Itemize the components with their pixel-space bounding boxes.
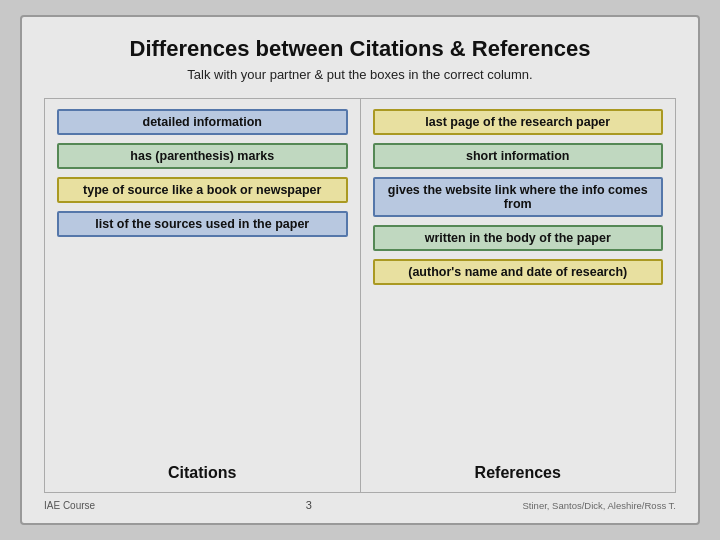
slide-title: Differences between Citations & Referenc… <box>44 35 676 63</box>
tag-parenthesis: has (parenthesis) marks <box>57 143 348 169</box>
tag-author-name: (author's name and date of research) <box>373 259 664 285</box>
footer-left: IAE Course <box>44 500 95 511</box>
tag-short-information: short information <box>373 143 664 169</box>
references-column: last page of the research paper short in… <box>361 99 676 493</box>
tag-written-body: written in the body of the paper <box>373 225 664 251</box>
slide: Differences between Citations & Referenc… <box>20 15 700 525</box>
tag-last-page: last page of the research paper <box>373 109 664 135</box>
tag-detailed-information: detailed information <box>57 109 348 135</box>
page-number: 3 <box>95 499 522 511</box>
footer: IAE Course 3 Stiner, Santos/Dick, Aleshi… <box>44 493 676 511</box>
tag-website-link: gives the website link where the info co… <box>373 177 664 217</box>
tag-type-of-source: type of source like a book or newspaper <box>57 177 348 203</box>
tag-list-sources: list of the sources used in the paper <box>57 211 348 237</box>
citations-label: Citations <box>57 456 348 482</box>
footer-right: Stiner, Santos/Dick, Aleshire/Ross T. <box>523 500 676 511</box>
slide-subtitle: Talk with your partner & put the boxes i… <box>44 67 676 82</box>
citations-column: detailed information has (parenthesis) m… <box>45 99 361 493</box>
title-area: Differences between Citations & Referenc… <box>44 35 676 92</box>
references-label: References <box>373 456 664 482</box>
main-content: detailed information has (parenthesis) m… <box>44 98 676 494</box>
